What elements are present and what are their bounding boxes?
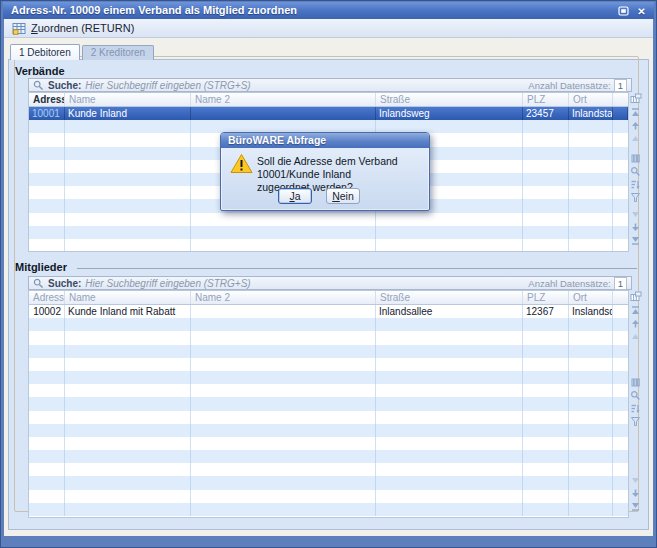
column-header[interactable]: Ort	[569, 93, 613, 106]
table-row[interactable]	[29, 411, 628, 424]
table-cell	[523, 345, 569, 358]
mitglieder-searchbar[interactable]: Suche: Hier Suchbegriff eingeben (STRG+S…	[28, 276, 632, 290]
search-icon[interactable]	[630, 390, 641, 401]
no-button[interactable]: Nein	[326, 188, 360, 204]
tab-kreditoren[interactable]: 2 Kreditoren	[82, 45, 154, 60]
table-cell	[29, 411, 65, 424]
table-row[interactable]	[29, 345, 628, 358]
row-filler	[613, 371, 628, 384]
column-header[interactable]: Name 2	[191, 291, 376, 304]
column-picker-icon[interactable]	[629, 290, 642, 303]
table-row[interactable]	[29, 331, 628, 344]
table-cell: 23457	[523, 107, 569, 120]
column-header[interactable]: Name	[65, 93, 191, 106]
table-cell	[29, 160, 65, 173]
search-input[interactable]: Hier Suchbegriff eingeben (STRG+S)	[85, 80, 528, 91]
table-cell	[191, 384, 376, 397]
scroll-top-icon[interactable]	[630, 305, 641, 316]
table-cell: Kunde Inland mit Rabatt	[65, 305, 191, 318]
step-down-icon[interactable]	[630, 222, 641, 233]
column-header[interactable]: Ort	[569, 291, 613, 304]
table-row[interactable]	[29, 437, 628, 450]
column-select-icon[interactable]	[630, 377, 641, 388]
table-row[interactable]	[29, 358, 628, 371]
column-header[interactable]: Name 2	[191, 93, 376, 106]
table-cell	[569, 384, 613, 397]
step-up-icon[interactable]	[630, 318, 641, 329]
page-up-icon[interactable]	[630, 133, 641, 144]
scroll-bottom-icon[interactable]	[630, 235, 641, 246]
yes-button[interactable]: Ja	[278, 188, 312, 204]
page-down-icon[interactable]	[630, 475, 641, 486]
table-cell	[523, 397, 569, 410]
column-header[interactable]: Name	[65, 291, 191, 304]
column-header[interactable]: Adress-Nr.	[29, 93, 65, 106]
table-row[interactable]	[29, 476, 628, 489]
table-cell	[376, 384, 523, 397]
application-window: Adress-Nr. 10009 einem Verband als Mitgl…	[0, 0, 657, 548]
table-row[interactable]	[29, 226, 628, 239]
column-header[interactable]: Adress-Nr.	[29, 291, 65, 304]
window-title: Adress-Nr. 10009 einem Verband als Mitgl…	[11, 4, 297, 16]
record-count-value: 1	[614, 277, 627, 290]
table-row[interactable]	[29, 371, 628, 384]
table-cell	[569, 173, 613, 186]
table-row[interactable]: 10001Kunde InlandInlandsweg23457Inlandst…	[29, 107, 628, 120]
sort-icon[interactable]	[630, 179, 641, 190]
row-filler	[613, 107, 628, 120]
table-cell	[65, 199, 191, 212]
table-row[interactable]	[29, 490, 628, 503]
column-header[interactable]: PLZ	[523, 291, 569, 304]
table-row[interactable]	[29, 397, 628, 410]
table-row[interactable]	[29, 318, 628, 331]
table-row[interactable]	[29, 384, 628, 397]
dialog-titlebar[interactable]: BüroWARE Abfrage	[221, 133, 429, 148]
scroll-top-icon[interactable]	[630, 107, 641, 118]
table-cell	[65, 186, 191, 199]
table-cell	[376, 358, 523, 371]
tab-debitoren[interactable]: 1 Debitoren	[10, 44, 80, 60]
table-row[interactable]	[29, 503, 628, 516]
column-header[interactable]: Straße	[376, 93, 523, 106]
sort-icon[interactable]	[630, 403, 641, 414]
close-icon[interactable]: ✕	[635, 5, 648, 17]
window-titlebar[interactable]: Adress-Nr. 10009 einem Verband als Mitgl…	[3, 2, 654, 19]
table-cell	[191, 213, 376, 226]
search-icon[interactable]	[630, 166, 641, 177]
row-filler	[613, 226, 628, 239]
table-row[interactable]	[29, 213, 628, 226]
table-cell	[191, 424, 376, 437]
verbaende-searchbar[interactable]: Suche: Hier Suchbegriff eingeben (STRG+S…	[28, 78, 632, 92]
column-select-icon[interactable]	[630, 153, 641, 164]
table-cell	[569, 133, 613, 146]
column-picker-icon[interactable]	[629, 92, 642, 105]
column-header[interactable]: Straße	[376, 291, 523, 304]
record-count-value: 1	[614, 79, 627, 92]
table-row[interactable]	[29, 424, 628, 437]
scroll-bottom-icon[interactable]	[630, 501, 641, 512]
filter-icon[interactable]	[630, 192, 641, 203]
step-down-icon[interactable]	[630, 488, 641, 499]
table-cell	[191, 450, 376, 463]
filter-icon[interactable]	[630, 416, 641, 427]
table-cell: Inlandsweg	[376, 107, 523, 120]
table-row[interactable]	[29, 239, 628, 252]
table-cell	[191, 318, 376, 331]
search-input[interactable]: Hier Suchbegriff eingeben (STRG+S)	[85, 278, 528, 289]
column-header[interactable]: PLZ	[523, 93, 569, 106]
table-cell	[569, 476, 613, 489]
verbaende-table-nav-strip	[629, 107, 642, 246]
page-up-icon[interactable]	[630, 331, 641, 342]
table-cell	[523, 490, 569, 503]
table-cell	[523, 450, 569, 463]
table-row[interactable]	[29, 450, 628, 463]
table-row[interactable]	[29, 463, 628, 476]
toolbar: Zuordnen (RETURN)	[4, 19, 653, 38]
step-up-icon[interactable]	[630, 120, 641, 131]
restore-window-icon[interactable]	[617, 5, 630, 17]
table-cell	[376, 463, 523, 476]
table-row[interactable]: 10002Kunde Inland mit RabattInlandsallee…	[29, 305, 628, 318]
page-down-icon[interactable]	[630, 209, 641, 220]
zuordnen-button[interactable]: Zuordnen (RETURN)	[31, 22, 134, 34]
row-filler	[613, 173, 628, 186]
